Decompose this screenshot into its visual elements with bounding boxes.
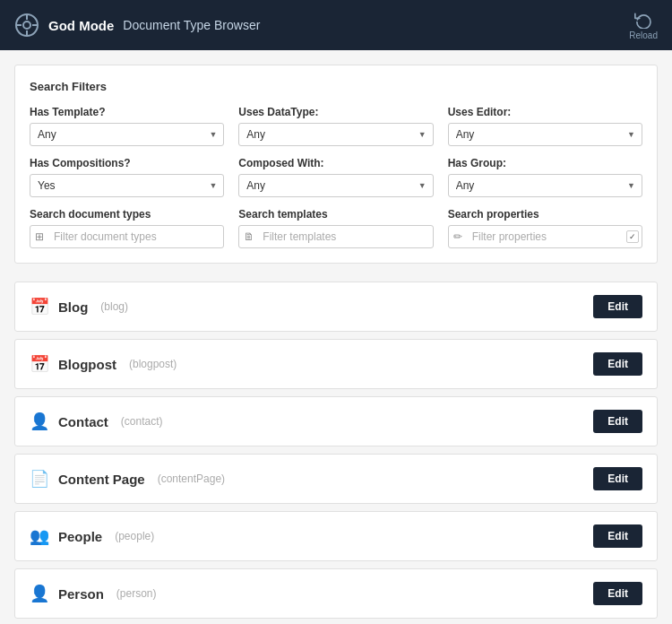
filter-has-compositions-select[interactable]: Any Yes No (30, 174, 224, 197)
filter-has-compositions-wrapper: Any Yes No (30, 174, 224, 197)
properties-checkbox[interactable]: ✓ (626, 230, 639, 243)
doc-alias-content-page: (contentPage) (158, 472, 225, 485)
page-title: Document Type Browser (123, 18, 260, 32)
filter-composed-with: Composed With: Any (238, 157, 433, 197)
filter-composed-with-wrapper: Any (238, 174, 433, 197)
blog-icon: 📅 (30, 297, 49, 316)
document-list: 📅 Blog (blog) Edit 📅 Blogpost (blogpost)… (14, 282, 658, 624)
filter-composed-with-label: Composed With: (238, 157, 433, 169)
doc-item-people: 👥 People (people) Edit (14, 511, 658, 561)
svg-point-1 (23, 22, 30, 29)
filter-search-templates-input[interactable] (238, 225, 433, 248)
filter-search-doc-types: Search document types ⊞ (30, 208, 224, 248)
filter-composed-with-select[interactable]: Any (238, 174, 433, 197)
doc-name-person: Person (58, 586, 104, 602)
doc-alias-blog: (blog) (100, 300, 128, 313)
filters-title: Search Filters (30, 80, 642, 93)
filter-uses-datatype: Uses DataType: Any (238, 106, 433, 146)
filter-has-group: Has Group: Any (448, 157, 642, 197)
filter-uses-datatype-label: Uses DataType: (238, 106, 433, 118)
filter-has-template-select[interactable]: Any Yes No (30, 123, 224, 146)
filter-search-properties-input[interactable] (448, 225, 642, 248)
doc-name-contact: Contact (58, 414, 108, 429)
doc-name-content-page: Content Page (58, 472, 145, 487)
filter-has-template-wrapper: Any Yes No (30, 123, 224, 146)
reload-label: Reload (629, 30, 658, 40)
filter-uses-editor-select[interactable]: Any (448, 123, 642, 146)
filter-has-template: Has Template? Any Yes No (30, 106, 224, 146)
doc-alias-blogpost: (blogpost) (129, 358, 177, 370)
filters-grid: Has Template? Any Yes No Uses DataType: … (30, 106, 642, 248)
people-icon: 👥 (30, 526, 49, 546)
edit-button-contact[interactable]: Edit (593, 410, 642, 433)
doc-item-blog: 📅 Blog (blog) Edit (14, 282, 658, 332)
edit-button-person[interactable]: Edit (593, 582, 642, 605)
app-logo-icon (14, 13, 39, 38)
person-icon: 👤 (30, 584, 49, 603)
filter-search-properties: Search properties ✏ ✓ (448, 208, 642, 248)
app-name: God Mode (48, 18, 114, 33)
filter-uses-datatype-select[interactable]: Any (238, 123, 433, 146)
doc-name-blogpost: Blogpost (58, 357, 116, 372)
filter-has-compositions-label: Has Compositions? (30, 157, 224, 169)
contact-icon: 👤 (30, 412, 49, 431)
grid-icon: ⊞ (35, 230, 44, 243)
content-page-icon: 📄 (30, 469, 49, 489)
reload-button[interactable]: Reload (629, 11, 658, 40)
filter-uses-editor: Uses Editor: Any (448, 106, 642, 146)
filter-search-doc-types-wrapper: ⊞ (30, 225, 224, 248)
filters-panel: Search Filters Has Template? Any Yes No … (14, 65, 658, 264)
doc-name-blog: Blog (58, 299, 88, 315)
filter-search-templates-label: Search templates (238, 208, 433, 221)
pen-icon: ✏ (453, 230, 462, 243)
doc-alias-contact: (contact) (121, 415, 163, 428)
filter-search-doc-types-label: Search document types (30, 208, 224, 221)
filter-has-group-wrapper: Any (448, 174, 642, 197)
blogpost-icon: 📅 (30, 354, 49, 374)
filter-search-doc-types-input[interactable] (30, 225, 224, 248)
edit-button-people[interactable]: Edit (593, 524, 642, 548)
doc-item-person: 👤 Person (person) Edit (14, 568, 658, 619)
filter-search-properties-label: Search properties (448, 208, 642, 221)
main-content: Search Filters Has Template? Any Yes No … (0, 50, 672, 624)
doc-item-blogpost: 📅 Blogpost (blogpost) Edit (14, 339, 658, 389)
filter-uses-editor-wrapper: Any (448, 123, 642, 146)
filter-has-group-select[interactable]: Any (448, 174, 642, 197)
filter-has-group-label: Has Group: (448, 157, 642, 169)
header-left: God Mode Document Type Browser (14, 13, 260, 38)
doc-item-content-page: 📄 Content Page (contentPage) Edit (14, 454, 658, 504)
template-icon: 🗎 (244, 230, 254, 243)
edit-button-content-page[interactable]: Edit (593, 467, 642, 490)
filter-has-compositions: Has Compositions? Any Yes No (30, 157, 224, 197)
edit-button-blogpost[interactable]: Edit (593, 352, 642, 376)
edit-button-blog[interactable]: Edit (593, 295, 642, 318)
doc-name-people: People (58, 529, 102, 544)
doc-item-contact: 👤 Contact (contact) Edit (14, 396, 658, 446)
filter-uses-datatype-wrapper: Any (238, 123, 433, 146)
doc-alias-people: (people) (115, 530, 154, 542)
filter-uses-editor-label: Uses Editor: (448, 106, 642, 118)
filter-search-templates: Search templates 🗎 (238, 208, 433, 248)
filter-search-properties-wrapper: ✏ ✓ (448, 225, 642, 248)
filter-has-template-label: Has Template? (30, 106, 224, 118)
app-header: God Mode Document Type Browser Reload (0, 0, 672, 50)
doc-alias-person: (person) (116, 587, 157, 600)
filter-search-templates-wrapper: 🗎 (238, 225, 433, 248)
